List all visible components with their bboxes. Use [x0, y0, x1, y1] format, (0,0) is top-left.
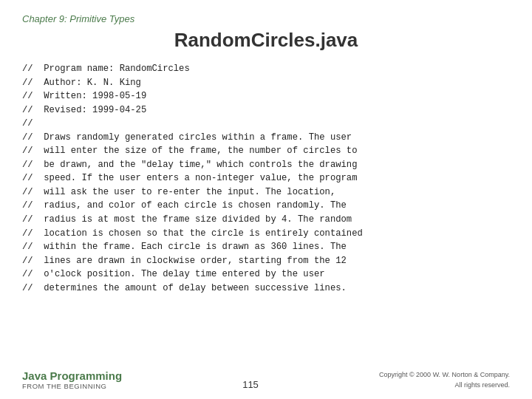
footer: Java Programming FROM THE BEGINNING 115 … — [0, 369, 532, 390]
footer-brand: Java Programming — [22, 369, 122, 382]
footer-page: 115 — [242, 379, 259, 390]
main-title: RandomCircles.java — [22, 29, 510, 52]
page: Chapter 9: Primitive Types RandomCircles… — [0, 0, 532, 399]
copyright-line1: Copyright © 2000 W. W. Norton & Company. — [379, 371, 510, 378]
footer-left: Java Programming FROM THE BEGINNING — [22, 369, 122, 390]
footer-copyright: Copyright © 2000 W. W. Norton & Company.… — [379, 370, 510, 390]
code-block: // Program name: RandomCircles // Author… — [22, 62, 510, 295]
footer-sub: FROM THE BEGINNING — [22, 382, 122, 390]
chapter-label: Chapter 9: Primitive Types — [22, 13, 510, 24]
copyright-line2: All rights reserved. — [454, 381, 510, 389]
